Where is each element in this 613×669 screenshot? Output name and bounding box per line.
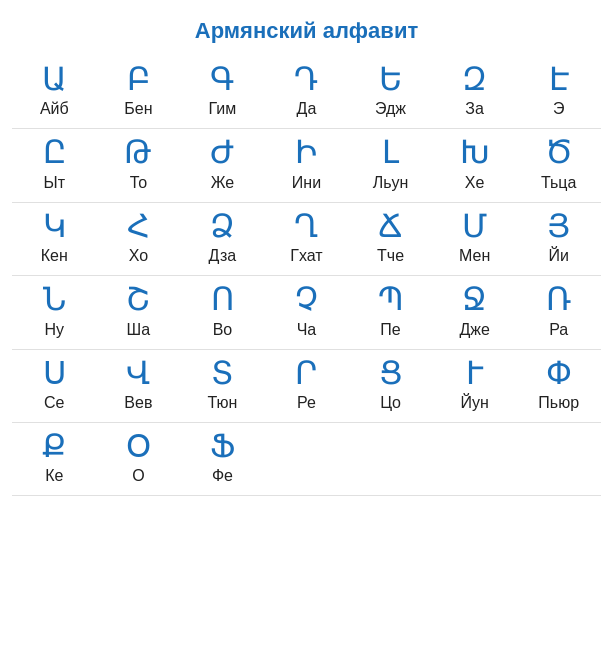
alphabet-cell: ՕО	[96, 422, 180, 495]
alphabet-cell: ՑЦо	[349, 349, 433, 422]
armenian-letter: Ւ	[435, 354, 515, 392]
armenian-letter: Վ	[98, 354, 178, 392]
alphabet-cell: ՒЙун	[433, 349, 517, 422]
alphabet-cell: ԵЭдж	[349, 56, 433, 129]
letter-name: Во	[182, 321, 262, 339]
armenian-letter: Լ	[351, 133, 431, 171]
alphabet-cell: ԳГим	[180, 56, 264, 129]
letter-name: Да	[266, 100, 346, 118]
letter-name: Ке	[14, 467, 94, 485]
letter-name: Вев	[98, 394, 178, 412]
letter-name: Пьюр	[519, 394, 599, 412]
armenian-letter: Ր	[266, 354, 346, 392]
letter-name: То	[98, 174, 178, 192]
armenian-letter: Ժ	[182, 133, 262, 171]
armenian-letter: Ը	[14, 133, 94, 171]
armenian-letter: Ո	[182, 280, 262, 318]
alphabet-cell: ՄМен	[433, 202, 517, 275]
armenian-letter: Ս	[14, 354, 94, 392]
alphabet-cell: ԿКен	[12, 202, 96, 275]
letter-name: Же	[182, 174, 262, 192]
alphabet-cell: ՅЙи	[517, 202, 601, 275]
alphabet-cell: ՎВев	[96, 349, 180, 422]
letter-name: Тче	[351, 247, 431, 265]
armenian-letter: Շ	[98, 280, 178, 318]
letter-name: Цо	[351, 394, 431, 412]
letter-name: Гхат	[266, 247, 346, 265]
letter-name: Хо	[98, 247, 178, 265]
letter-name: Тьца	[519, 174, 599, 192]
alphabet-cell	[433, 422, 517, 495]
alphabet-cell: ԼЛьун	[349, 129, 433, 202]
alphabet-cell: ԾТьца	[517, 129, 601, 202]
armenian-letter: Ե	[351, 60, 431, 98]
alphabet-cell: ՊПе	[349, 276, 433, 349]
alphabet-cell: ԹТо	[96, 129, 180, 202]
letter-name: Дже	[435, 321, 515, 339]
alphabet-cell: ԻИни	[264, 129, 348, 202]
armenian-letter: Է	[519, 60, 599, 98]
armenian-letter: Դ	[266, 60, 346, 98]
letter-name: Э	[519, 100, 599, 118]
alphabet-cell: ՃТче	[349, 202, 433, 275]
alphabet-cell: ՐРе	[264, 349, 348, 422]
armenian-letter: Ճ	[351, 207, 431, 245]
letter-name: Хе	[435, 174, 515, 192]
alphabet-cell: ՌРа	[517, 276, 601, 349]
alphabet-cell: ՖФе	[180, 422, 264, 495]
armenian-letter: Ֆ	[182, 427, 262, 465]
letter-name: Бен	[98, 100, 178, 118]
letter-name: Ну	[14, 321, 94, 339]
alphabet-cell: ԺЖе	[180, 129, 264, 202]
alphabet-cell: ԱАйб	[12, 56, 96, 129]
letter-name: Фе	[182, 467, 262, 485]
letter-name: Тюн	[182, 394, 262, 412]
letter-name: Ча	[266, 321, 346, 339]
letter-name: Се	[14, 394, 94, 412]
armenian-letter: Մ	[435, 207, 515, 245]
alphabet-cell: ԲБен	[96, 56, 180, 129]
armenian-letter: Թ	[98, 133, 178, 171]
letter-name: Ыт	[14, 174, 94, 192]
alphabet-cell: ՔКе	[12, 422, 96, 495]
armenian-letter: Ձ	[182, 207, 262, 245]
armenian-letter: Չ	[266, 280, 346, 318]
alphabet-cell: ԸЫт	[12, 129, 96, 202]
letter-name: Льун	[351, 174, 431, 192]
letter-name: Эдж	[351, 100, 431, 118]
page-title: Армянский алфавит	[0, 0, 613, 56]
letter-name: Дза	[182, 247, 262, 265]
armenian-letter: Պ	[351, 280, 431, 318]
armenian-letter: Զ	[435, 60, 515, 98]
armenian-letter: Խ	[435, 133, 515, 171]
letter-name: Ра	[519, 321, 599, 339]
armenian-letter: Տ	[182, 354, 262, 392]
armenian-letter: Ք	[14, 427, 94, 465]
armenian-letter: Ի	[266, 133, 346, 171]
letter-name: Айб	[14, 100, 94, 118]
letter-name: Пе	[351, 321, 431, 339]
armenian-letter: Կ	[14, 207, 94, 245]
alphabet-cell: ՏТюн	[180, 349, 264, 422]
letter-name: Ша	[98, 321, 178, 339]
alphabet-cell: ՇШа	[96, 276, 180, 349]
alphabet-cell: ՂГхат	[264, 202, 348, 275]
armenian-letter: Յ	[519, 207, 599, 245]
alphabet-cell: ՓПьюр	[517, 349, 601, 422]
armenian-letter: Ց	[351, 354, 431, 392]
alphabet-cell	[349, 422, 433, 495]
alphabet-cell: ՆНу	[12, 276, 96, 349]
armenian-letter: Ն	[14, 280, 94, 318]
letter-name: Кен	[14, 247, 94, 265]
alphabet-cell	[517, 422, 601, 495]
alphabet-cell: ԽХе	[433, 129, 517, 202]
armenian-letter: Օ	[98, 427, 178, 465]
letter-name: Йи	[519, 247, 599, 265]
letter-name: Ини	[266, 174, 346, 192]
alphabet-cell: ՉЧа	[264, 276, 348, 349]
letter-name: За	[435, 100, 515, 118]
armenian-letter: Գ	[182, 60, 262, 98]
alphabet-cell: ՀХо	[96, 202, 180, 275]
alphabet-cell: ՈВо	[180, 276, 264, 349]
armenian-letter: Ծ	[519, 133, 599, 171]
